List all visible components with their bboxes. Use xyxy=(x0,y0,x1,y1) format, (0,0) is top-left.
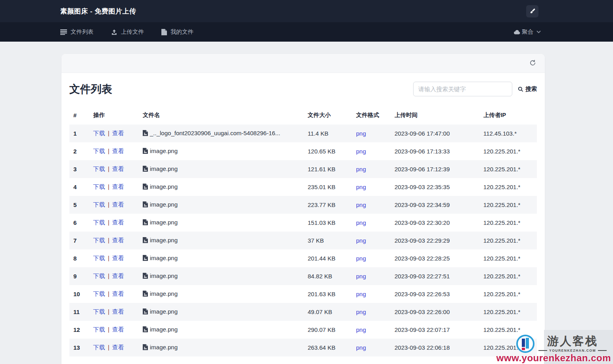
download-link[interactable]: 下载 xyxy=(93,290,105,297)
search-button[interactable]: 搜索 xyxy=(518,85,537,93)
row-actions: 下载|查看 xyxy=(89,125,139,142)
table-row: 12下载|查看image.png290.07 KBpng2023-09-03 2… xyxy=(69,321,537,339)
table-header-row: # 操作 文件名 文件大小 文件格式 上传时间 上传者IP xyxy=(69,106,537,125)
download-link[interactable]: 下载 xyxy=(93,308,105,315)
download-link[interactable]: 下载 xyxy=(93,344,105,351)
row-uploader-ip: 112.45.103.* xyxy=(479,125,537,142)
format-link[interactable]: png xyxy=(356,291,366,297)
format-link[interactable]: png xyxy=(356,219,366,226)
row-uploader-ip: 120.225.201.* xyxy=(479,160,537,178)
action-separator: | xyxy=(108,326,109,333)
view-link[interactable]: 查看 xyxy=(112,165,124,172)
view-link[interactable]: 查看 xyxy=(112,183,124,190)
row-size: 201.63 KB xyxy=(304,285,352,303)
download-link[interactable]: 下载 xyxy=(93,255,105,261)
download-link[interactable]: 下载 xyxy=(93,272,105,279)
table-row: 10下载|查看image.png201.63 KBpng2023-09-03 2… xyxy=(69,285,537,303)
view-link[interactable]: 查看 xyxy=(112,344,124,351)
dash-decoration xyxy=(598,350,607,351)
row-index: 7 xyxy=(69,232,89,249)
filename-text: image.png xyxy=(150,255,178,261)
row-index: 10 xyxy=(69,285,89,303)
action-separator: | xyxy=(108,308,109,315)
download-link[interactable]: 下载 xyxy=(93,165,105,172)
row-index: 9 xyxy=(69,267,89,285)
file-table-body: 1下载|查看_.._logo_font20230906_uugai.com-54… xyxy=(69,125,537,356)
view-link[interactable]: 查看 xyxy=(112,130,124,136)
format-link[interactable]: png xyxy=(356,166,366,172)
download-link[interactable]: 下载 xyxy=(93,183,105,190)
app-title: 素颜图床 - 免费图片上传 xyxy=(60,7,136,16)
view-link[interactable]: 查看 xyxy=(112,326,124,333)
page-title: 文件列表 xyxy=(69,82,112,96)
row-actions: 下载|查看 xyxy=(89,303,139,321)
storage-selector[interactable]: 聚合 xyxy=(514,28,541,36)
row-size: 290.07 KB xyxy=(304,321,352,339)
nav-item-file-list[interactable]: 文件列表 xyxy=(60,26,94,38)
filename-text: image.png xyxy=(150,272,178,279)
file-list-card: 文件列表 搜索 xyxy=(61,54,545,364)
format-link[interactable]: png xyxy=(356,148,366,155)
format-link[interactable]: png xyxy=(356,344,366,351)
format-link[interactable]: png xyxy=(356,237,366,244)
nav-item-upload[interactable]: 上传文件 xyxy=(111,26,144,38)
row-upload-time: 2023-09-03 22:35:35 xyxy=(391,178,479,196)
download-link[interactable]: 下载 xyxy=(93,201,105,208)
filename-text: image.png xyxy=(150,308,178,315)
theme-brush-button[interactable] xyxy=(526,5,538,17)
row-upload-time: 2023-09-03 22:27:51 xyxy=(391,267,479,285)
row-filename: image.png xyxy=(139,339,304,356)
format-link[interactable]: png xyxy=(356,255,366,262)
row-index: 4 xyxy=(69,178,89,196)
row-uploader-ip: 120.225.201.* xyxy=(479,196,537,214)
row-format: png xyxy=(352,178,391,196)
download-link[interactable]: 下载 xyxy=(93,148,105,154)
view-link[interactable]: 查看 xyxy=(112,237,124,243)
action-separator: | xyxy=(108,344,109,351)
view-link[interactable]: 查看 xyxy=(112,148,124,154)
image-file-icon xyxy=(143,273,148,280)
action-separator: | xyxy=(108,148,109,154)
row-index: 2 xyxy=(69,142,89,160)
format-link[interactable]: png xyxy=(356,201,366,208)
format-link[interactable]: png xyxy=(356,308,366,315)
row-filename: image.png xyxy=(139,196,304,214)
format-link[interactable]: png xyxy=(356,326,366,333)
row-actions: 下载|查看 xyxy=(89,196,139,214)
column-header-format: 文件格式 xyxy=(352,106,391,125)
row-uploader-ip: 120.225.201.* xyxy=(479,249,537,267)
refresh-icon xyxy=(529,60,536,68)
image-file-icon xyxy=(143,130,148,137)
action-separator: | xyxy=(108,165,109,172)
row-actions: 下载|查看 xyxy=(89,232,139,249)
column-header-size: 文件大小 xyxy=(304,106,352,125)
format-link[interactable]: png xyxy=(356,273,366,280)
row-size: 121.61 KB xyxy=(304,160,352,178)
row-upload-time: 2023-09-03 22:30:20 xyxy=(391,214,479,232)
nav-item-my-files[interactable]: 我的文件 xyxy=(161,26,193,38)
table-row: 5下载|查看image.png223.77 KBpng2023-09-03 22… xyxy=(69,196,537,214)
download-link[interactable]: 下载 xyxy=(93,219,105,226)
download-link[interactable]: 下载 xyxy=(93,326,105,333)
download-link[interactable]: 下载 xyxy=(93,130,105,136)
search-input[interactable] xyxy=(413,82,512,96)
filename-text: image.png xyxy=(150,326,178,333)
row-upload-time: 2023-09-03 22:26:00 xyxy=(391,303,479,321)
filename-text: image.png xyxy=(150,237,178,243)
view-link[interactable]: 查看 xyxy=(112,308,124,315)
view-link[interactable]: 查看 xyxy=(112,219,124,226)
view-link[interactable]: 查看 xyxy=(112,290,124,297)
row-uploader-ip: 120.225.201.* xyxy=(479,285,537,303)
view-link[interactable]: 查看 xyxy=(112,201,124,208)
dash-decoration xyxy=(538,350,547,351)
row-size: 84.82 KB xyxy=(304,267,352,285)
format-link[interactable]: png xyxy=(356,130,366,137)
filename-text: image.png xyxy=(150,201,178,208)
row-index: 13 xyxy=(69,339,89,356)
view-link[interactable]: 查看 xyxy=(112,272,124,279)
row-index: 1 xyxy=(69,125,89,142)
view-link[interactable]: 查看 xyxy=(112,255,124,261)
download-link[interactable]: 下载 xyxy=(93,237,105,243)
format-link[interactable]: png xyxy=(356,184,366,190)
refresh-button[interactable] xyxy=(529,59,536,67)
